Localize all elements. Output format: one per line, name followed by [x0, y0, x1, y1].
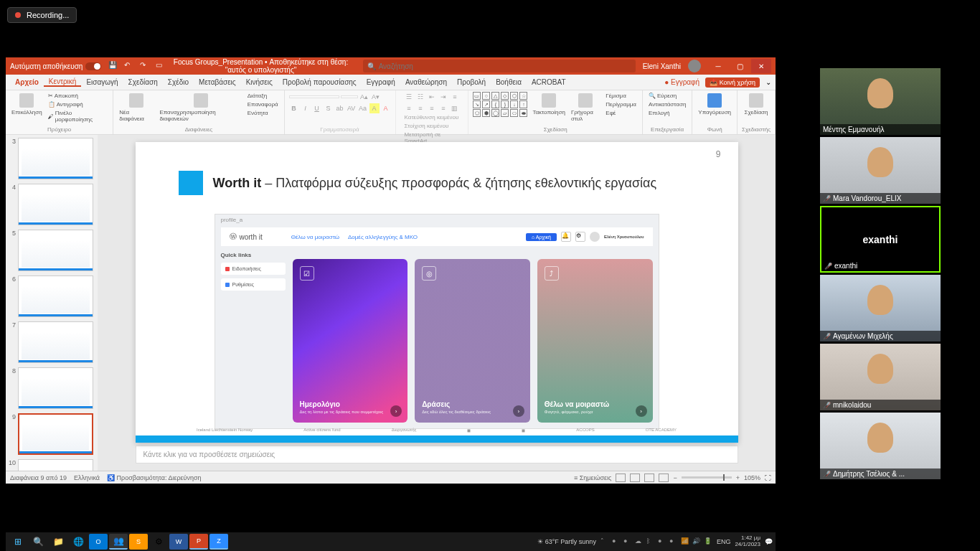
arrange-button[interactable]: Τακτοποίηση [531, 92, 566, 117]
participant-tile[interactable]: 🎤̸Δημήτρης Τσέλιος & ... [820, 413, 941, 479]
redo-icon[interactable]: ↷ [140, 61, 150, 71]
tab-view[interactable]: Προβολή [452, 78, 491, 86]
reset-button[interactable]: Επαναφορά [246, 100, 280, 108]
shape-fill-button[interactable]: Γέμισμα [604, 92, 638, 100]
slide-thumbnail-10[interactable]: 10 [9, 459, 95, 471]
slide-thumbnail-7[interactable]: 7 [9, 321, 95, 363]
font-color-button[interactable]: A [381, 103, 391, 113]
find-button[interactable]: 🔍 Εύρεση [647, 92, 687, 100]
taskbar-sublime[interactable]: S [129, 534, 148, 550]
save-icon[interactable]: 💾 [108, 61, 118, 71]
increase-font-button[interactable]: A▴ [359, 92, 369, 102]
undo-icon[interactable]: ↶ [124, 61, 134, 71]
align-left-button[interactable]: ≡ [404, 103, 414, 113]
slideshow-icon[interactable]: ▭ [156, 61, 166, 71]
taskbar-word[interactable]: W [169, 534, 188, 550]
columns-button[interactable]: ▥ [450, 103, 460, 113]
strike-button[interactable]: S [324, 103, 334, 113]
shapes-gallery[interactable]: ▭○△◇⬡☆ ↘↗{}↓↑ ⬠⬢◯▱⬭⬬ [473, 92, 528, 117]
taskbar-teams[interactable]: 👥 [109, 534, 128, 550]
normal-view-button[interactable] [616, 474, 626, 482]
align-text-button[interactable]: Στοίχιση κειμένου [403, 122, 464, 130]
quick-styles-button[interactable]: Γρήγορα στυλ [570, 92, 601, 123]
bullets-button[interactable]: ☰ [404, 92, 414, 102]
tray-chevron-icon[interactable]: ˄ [600, 537, 609, 546]
justify-button[interactable]: ≡ [438, 103, 448, 113]
participant-tile[interactable]: 🎤̸Mara Vandorou_ELIX [820, 137, 941, 204]
reuse-slides-button[interactable]: Επαναχρησιμοποίηση διαφανειών [158, 92, 242, 123]
weather-widget[interactable]: ☀ 63°F Partly sunny [537, 538, 596, 545]
layout-button[interactable]: Διάταξη [246, 92, 280, 100]
tray-onedrive-icon[interactable]: ☁ [635, 537, 644, 546]
taskbar-chrome[interactable]: 🌐 [69, 534, 88, 550]
participant-tile[interactable]: exanthi 🎤̸exanthi [820, 206, 941, 273]
tray-icon[interactable]: ● [669, 537, 678, 546]
tab-acrobat[interactable]: ACROBAT [527, 78, 571, 86]
spacing-button[interactable]: AV [347, 103, 357, 113]
zoom-level[interactable]: 105% [744, 474, 760, 481]
tab-record[interactable]: Εγγραφή [362, 78, 400, 86]
tray-icon[interactable]: ● [658, 537, 666, 546]
slide-thumbnail-4[interactable]: 4 [9, 184, 95, 225]
participant-tile[interactable]: 🎤̸Αγαμένων Μιχελής [820, 275, 941, 342]
line-spacing-button[interactable]: ≡ [450, 92, 460, 102]
tab-slideshow[interactable]: Προβολή παρουσίασης [278, 78, 362, 86]
notes-toggle[interactable]: ≡ Σημειώσεις [574, 474, 611, 481]
tray-wifi-icon[interactable]: 📶 [681, 537, 689, 546]
system-tray[interactable]: ˄ ● ● ☁ ᛒ ● ● 📶 🔊 🔋 [600, 537, 712, 546]
designer-button[interactable]: Σχεδίαση [743, 92, 770, 117]
maximize-button[interactable]: ▢ [730, 59, 750, 73]
numbering-button[interactable]: ☷ [415, 92, 425, 102]
shadow-button[interactable]: ab [335, 103, 345, 113]
share-button[interactable]: 📤 Κοινή χρήση [705, 77, 760, 88]
search-box[interactable]: 🔍 [363, 60, 636, 72]
text-direction-button[interactable]: Κατεύθυνση κειμένου [403, 113, 464, 121]
tray-battery-icon[interactable]: 🔋 [704, 537, 712, 546]
tray-icon[interactable]: ● [623, 537, 632, 546]
slide-thumbnails[interactable]: 3 4 5 6 7 8 9 10 [6, 135, 98, 471]
dictate-button[interactable]: Υπαγόρευση [697, 92, 732, 117]
taskbar-powerpoint[interactable]: P [189, 534, 208, 550]
cut-button[interactable]: ✂ Αποκοπή [47, 92, 109, 100]
tab-design[interactable]: Σχέδιο [163, 78, 194, 86]
select-button[interactable]: Επιλογή [647, 109, 687, 117]
shape-outline-button[interactable]: Περίγραμμα [604, 100, 638, 108]
slide-thumbnail-8[interactable]: 8 [9, 367, 95, 409]
search-input[interactable] [379, 62, 631, 70]
tab-animations[interactable]: Κινήσεις [241, 78, 278, 86]
taskbar-explorer[interactable]: 📁 [49, 534, 67, 550]
tray-bluetooth-icon[interactable]: ᛒ [646, 537, 655, 546]
tray-volume-icon[interactable]: 🔊 [692, 537, 701, 546]
slide-thumbnail-6[interactable]: 6 [9, 276, 95, 317]
participant-tile[interactable]: 🎤̸mnikolaidou [820, 344, 941, 410]
tray-icon[interactable]: ● [612, 537, 621, 546]
slide-counter[interactable]: Διαφάνεια 9 από 19 [10, 474, 67, 481]
decrease-font-button[interactable]: A▾ [371, 92, 381, 102]
search-button[interactable]: 🔍 [29, 534, 47, 550]
sorter-view-button[interactable] [630, 474, 640, 482]
ribbon-options-icon[interactable]: ⌄ [765, 78, 771, 86]
user-avatar[interactable] [688, 60, 701, 72]
tab-draw[interactable]: Σχεδίαση [123, 78, 163, 86]
paste-button[interactable]: Επικόλληση [10, 92, 44, 117]
taskbar-zoom[interactable]: Z [209, 534, 228, 550]
notes-placeholder[interactable]: Κάντε κλικ για να προσθέσετε σημειώσεις [136, 446, 738, 463]
language-indicator[interactable]: Ελληνικά [74, 474, 100, 481]
tab-review[interactable]: Αναθεώρηση [400, 78, 452, 86]
slide-thumbnail-5[interactable]: 5 [9, 230, 95, 271]
bold-button[interactable]: B [289, 103, 299, 113]
zoom-in-button[interactable]: + [736, 474, 740, 481]
record-button[interactable]: ● Εγγραφή [664, 78, 699, 86]
new-slide-button[interactable]: Νέα διαφάνεια [118, 92, 155, 123]
tab-insert[interactable]: Εισαγωγή [81, 78, 123, 86]
slideshow-view-button[interactable] [659, 474, 669, 482]
copy-button[interactable]: 📋 Αντιγραφή [47, 100, 109, 108]
clock[interactable]: 1:42 μμ 24/1/2023 [735, 535, 760, 548]
align-right-button[interactable]: ≡ [427, 103, 437, 113]
reading-view-button[interactable] [644, 474, 654, 482]
section-button[interactable]: Ενότητα [246, 109, 280, 117]
shape-effects-button[interactable]: Εφέ [604, 109, 638, 117]
accessibility-status[interactable]: ♿ Προσβασιμότητα: Διερεύνηση [107, 474, 202, 481]
language-button[interactable]: ENG [717, 538, 731, 545]
autosave-toggle[interactable]: Αυτόματη αποθήκευση [10, 62, 101, 70]
